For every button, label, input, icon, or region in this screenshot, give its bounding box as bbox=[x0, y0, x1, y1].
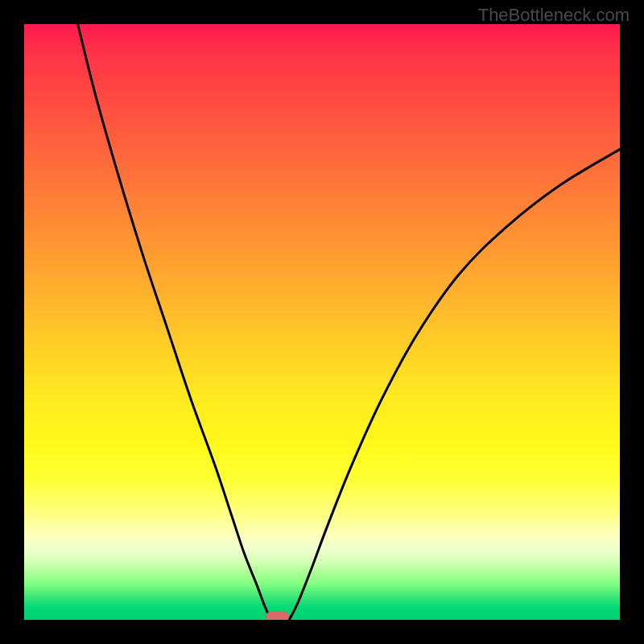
optimum-marker bbox=[266, 612, 288, 620]
plot-area bbox=[24, 24, 620, 620]
bottleneck-curve bbox=[24, 24, 620, 620]
watermark-text: TheBottleneck.com bbox=[478, 5, 630, 26]
